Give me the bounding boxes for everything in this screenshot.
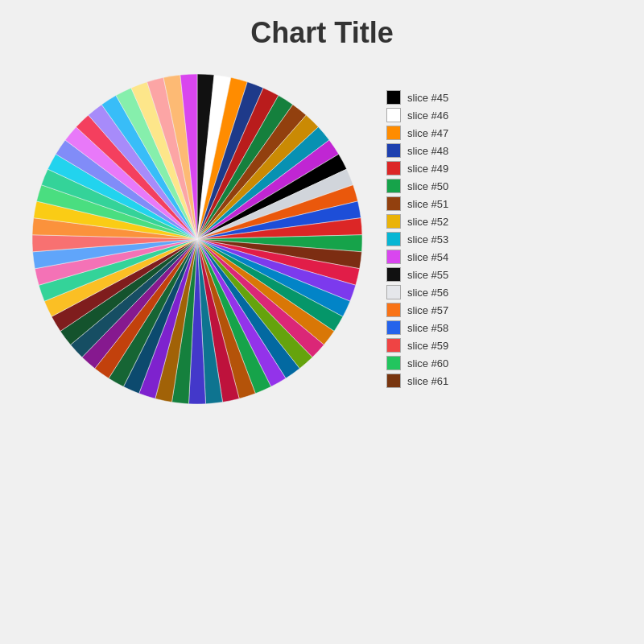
legend-color-box	[386, 338, 401, 353]
legend-color-box	[386, 214, 401, 229]
legend-color-box	[386, 267, 401, 282]
legend-color-box	[386, 161, 401, 175]
legend-color-box	[386, 320, 401, 335]
legend-item: slice #56	[386, 285, 448, 299]
legend-color-box	[386, 126, 401, 140]
legend-item: slice #61	[386, 374, 448, 388]
legend-label: slice #59	[407, 340, 448, 352]
legend-item: slice #47	[386, 126, 448, 140]
legend-color-box	[386, 232, 401, 246]
legend-color-box	[386, 90, 401, 105]
chart-area: slice #45slice #46slice #47slice #48slic…	[0, 66, 644, 412]
legend-item: slice #50	[386, 179, 448, 193]
legend-label: slice #57	[407, 304, 448, 316]
legend-item: slice #59	[386, 338, 448, 353]
legend-item: slice #46	[386, 108, 448, 122]
legend-item: slice #45	[386, 90, 448, 105]
pie-chart	[24, 66, 370, 412]
legend-color-box	[386, 179, 401, 193]
legend-label: slice #46	[407, 109, 448, 122]
chart-legend: slice #45slice #46slice #47slice #48slic…	[386, 90, 448, 388]
legend-color-box	[386, 108, 401, 122]
legend-label: slice #52	[407, 216, 448, 228]
legend-color-box	[386, 143, 401, 158]
legend-color-box	[386, 285, 401, 299]
legend-label: slice #54	[407, 251, 448, 263]
legend-color-box	[386, 356, 401, 370]
legend-label: slice #53	[407, 233, 448, 246]
legend-item: slice #53	[386, 232, 448, 246]
legend-color-box	[386, 250, 401, 264]
legend-color-box	[386, 374, 401, 388]
legend-item: slice #49	[386, 161, 448, 175]
legend-label: slice #47	[407, 127, 448, 139]
legend-item: slice #58	[386, 320, 448, 335]
legend-item: slice #48	[386, 143, 448, 158]
chart-container: Chart Title slice #45slice #46slice #47s…	[0, 0, 644, 644]
legend-label: slice #55	[407, 269, 448, 281]
legend-label: slice #60	[407, 357, 448, 369]
legend-label: slice #56	[407, 287, 448, 299]
legend-item: slice #57	[386, 303, 448, 317]
legend-item: slice #52	[386, 214, 448, 229]
legend-item: slice #60	[386, 356, 448, 370]
legend-label: slice #51	[407, 198, 448, 210]
legend-label: slice #58	[407, 322, 448, 334]
legend-label: slice #45	[407, 92, 448, 104]
legend-item: slice #55	[386, 267, 448, 282]
legend-label: slice #61	[407, 375, 448, 387]
legend-label: slice #49	[407, 163, 448, 175]
legend-item: slice #51	[386, 196, 448, 211]
legend-label: slice #50	[407, 180, 448, 192]
chart-title: Chart Title	[250, 16, 393, 50]
legend-color-box	[386, 303, 401, 317]
legend-item: slice #54	[386, 250, 448, 264]
legend-color-box	[386, 196, 401, 211]
legend-label: slice #48	[407, 145, 448, 157]
